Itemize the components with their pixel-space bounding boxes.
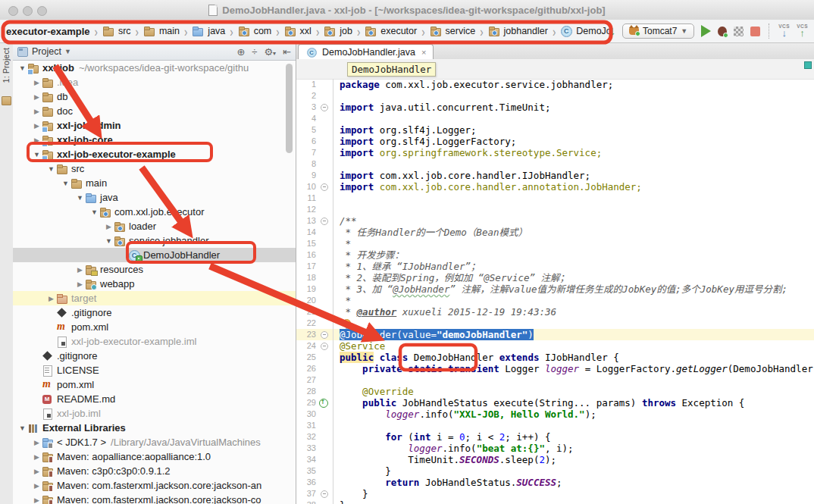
code-line-17[interactable]: 17 * 1、继承 “IJobHandler”； [296, 261, 814, 272]
tree-item-external-libraries[interactable]: ▼External Libraries [13, 421, 296, 435]
code-line-2[interactable]: 2 [296, 90, 814, 102]
code-line-27[interactable]: 27 [296, 374, 814, 386]
code-line-12[interactable]: 12 [296, 204, 814, 215]
fold-marker-icon[interactable] [321, 104, 328, 111]
tree-item-maven-com-fasterxml-jackson-core-jackson-an[interactable]: ▶Maven: com.fasterxml.jackson.core:jacks… [13, 478, 296, 493]
override-marker-icon[interactable] [319, 399, 328, 408]
chevron-expanded-icon[interactable]: ▼ [75, 194, 85, 202]
tree-item--gitignore[interactable]: .gitignore [13, 349, 296, 363]
code-line-30[interactable]: 30 logger.info("XXL-JOB, Hello World."); [296, 409, 814, 420]
code-line-15[interactable]: 15 * [296, 238, 814, 249]
chevron-collapsed-icon[interactable]: ▶ [32, 108, 42, 115]
code-line-13[interactable]: 13/** [296, 215, 814, 227]
code-line-9[interactable]: 9import com.xxl.job.core.handler.IJobHan… [296, 170, 814, 181]
tree-item-doc[interactable]: ▶doc [13, 104, 296, 118]
fold-marker-icon[interactable] [321, 343, 328, 350]
code-line-3[interactable]: 3import java.util.concurrent.TimeUnit; [296, 102, 814, 113]
tree-item-maven-aopalliance-aopalliance-1-0[interactable]: ▶Maven: aopalliance:aopalliance:1.0 [13, 449, 296, 464]
tree-scrollbar[interactable] [286, 64, 293, 153]
tree-item-maven-com-fasterxml-jackson-core-jackson-co[interactable]: ▶Maven: com.fasterxml.jackson.core:jacks… [13, 493, 296, 504]
settings-gear-icon[interactable]: ⚙▾ [264, 46, 276, 58]
code-line-6[interactable]: 6import org.slf4j.LoggerFactory; [296, 136, 814, 147]
chevron-expanded-icon[interactable]: ▼ [61, 180, 70, 187]
breadcrumb-item-jobhandler[interactable]: jobhandler [487, 24, 549, 38]
chevron-expanded-icon[interactable]: ▼ [46, 165, 56, 173]
tree-item-com-xxl-job-executor[interactable]: ▼com.xxl.job.executor [13, 205, 296, 219]
chevron-down-icon[interactable]: ▼ [64, 48, 71, 55]
fold-marker-icon[interactable] [321, 331, 328, 339]
tree-item-readme-md[interactable]: README.md [13, 392, 296, 406]
code-line-23[interactable]: 23@JobHander(value="demoJobHandler") [296, 329, 814, 340]
breadcrumb-item-executor-example[interactable]: executor-example [5, 25, 92, 38]
code-line-21[interactable]: 21 * @author xuxueli 2015-12-19 19:43:36 [296, 306, 814, 318]
fold-marker-icon[interactable] [321, 490, 328, 498]
vcs-update-button[interactable]: VCS↓ [778, 24, 790, 39]
code-line-1[interactable]: 1package com.xxl.job.executor.service.jo… [296, 79, 814, 90]
breadcrumb-item-job[interactable]: job [322, 24, 354, 38]
code-line-18[interactable]: 18 * 2、装配到Spring，例如加 “@Service” 注解； [296, 272, 814, 283]
breadcrumb-item-main[interactable]: main [142, 24, 181, 38]
run-button[interactable] [701, 25, 711, 37]
code-line-8[interactable]: 8 [296, 158, 814, 170]
chevron-collapsed-icon[interactable]: ▶ [32, 93, 42, 101]
code-line-11[interactable]: 11 [296, 193, 814, 204]
green-down-arrow-icon[interactable]: ↓ [609, 25, 615, 37]
breadcrumb-item-com[interactable]: com [236, 24, 274, 38]
tree-item-service-jobhandler[interactable]: ▼service.jobhandler [13, 233, 296, 248]
code-line-26[interactable]: 26 private static transient Logger logge… [296, 363, 814, 374]
window-minimize-button[interactable] [23, 6, 33, 16]
code-line-14[interactable]: 14 * 任务Handler的一个Demo（Bean模式） [296, 227, 814, 238]
code-line-7[interactable]: 7import org.springframework.stereotype.S… [296, 147, 814, 158]
chevron-collapsed-icon[interactable]: ▶ [32, 468, 42, 475]
tree-item--jdk1-7-[interactable]: ▶< JDK1.7 >/Library/Java/JavaVirtualMach… [13, 435, 296, 449]
code-line-5[interactable]: 5import org.slf4j.Logger; [296, 124, 814, 136]
chevron-collapsed-icon[interactable]: ▶ [32, 482, 42, 490]
breadcrumb-item-service[interactable]: service [428, 24, 477, 38]
code-area[interactable]: 1package com.xxl.job.executor.service.jo… [296, 79, 814, 504]
fold-marker-icon[interactable] [321, 218, 328, 225]
close-icon[interactable]: × [421, 48, 426, 57]
chevron-collapsed-icon[interactable]: ▶ [75, 266, 85, 274]
chevron-collapsed-icon[interactable]: ▶ [32, 496, 42, 504]
breadcrumb-item-executor[interactable]: executor [363, 24, 418, 38]
code-line-28[interactable]: 28 @Override [296, 386, 814, 397]
tree-item-pom-xml[interactable]: pom.xml [13, 377, 296, 392]
chevron-collapsed-icon[interactable]: ▶ [32, 122, 42, 130]
project-tool-window-tab[interactable]: 1: Project [2, 48, 11, 83]
tree-item-java[interactable]: ▼java [13, 190, 296, 205]
chevron-expanded-icon[interactable]: ▼ [32, 151, 42, 158]
hide-panel-icon[interactable]: ⇤ [283, 46, 291, 58]
tree-item-main[interactable]: ▼main [13, 176, 296, 190]
code-line-19[interactable]: 19 * 3、加 “@JobHander” 注解，注解value值为新增任务生成… [296, 283, 814, 295]
vcs-commit-button[interactable]: VCS↑ [797, 24, 808, 39]
intention-bulb-icon[interactable] [343, 319, 351, 327]
debug-button[interactable] [718, 27, 727, 36]
code-line-35[interactable]: 35 } [296, 465, 814, 477]
code-line-16[interactable]: 16 * 开发步骤： [296, 249, 814, 261]
tree-item-pom-xml[interactable]: pom.xml [13, 320, 296, 334]
chevron-collapsed-icon[interactable]: ▶ [75, 280, 85, 288]
window-zoom-button[interactable] [37, 6, 47, 16]
chevron-collapsed-icon[interactable]: ▶ [104, 223, 114, 230]
code-line-10[interactable]: 10import com.xxl.job.core.handler.annota… [296, 181, 814, 193]
code-line-31[interactable]: 31 [296, 420, 814, 431]
chevron-collapsed-icon[interactable]: ▶ [32, 136, 42, 144]
chevron-collapsed-icon[interactable]: ▶ [32, 439, 42, 446]
chevron-collapsed-icon[interactable]: ▶ [46, 295, 56, 302]
code-line-29[interactable]: 29 public JobHandleStatus execute(String… [296, 397, 814, 409]
code-line-37[interactable]: 37 } [296, 488, 814, 499]
tree-item-db[interactable]: ▶db [13, 89, 296, 104]
tree-item--gitignore[interactable]: .gitignore [13, 305, 296, 320]
tree-item-maven-c3p0-c3p0-0-9-1-2[interactable]: ▶Maven: c3p0:c3p0:0.9.1.2 [13, 464, 296, 478]
breadcrumb-item-demojobhandler[interactable]: DemoJobHandler [559, 24, 609, 38]
tree-item-target[interactable]: ▶target [13, 291, 296, 305]
chevron-expanded-icon[interactable]: ▼ [17, 424, 27, 432]
tree-item-src[interactable]: ▼src [13, 161, 296, 176]
chevron-expanded-icon[interactable]: ▼ [89, 208, 99, 216]
tree-item-xxl-job-core[interactable]: ▶xxl-job-core [13, 133, 296, 147]
inspection-indicator[interactable] [804, 61, 812, 69]
code-line-38[interactable]: 38} [296, 499, 814, 504]
code-line-36[interactable]: 36 return JobHandleStatus.SUCCESS; [296, 477, 814, 488]
tree-item-xxl-job-executor-example-iml[interactable]: xxl-job-executor-example.iml [13, 334, 296, 349]
breadcrumb-item-xxl[interactable]: xxl [283, 24, 313, 38]
